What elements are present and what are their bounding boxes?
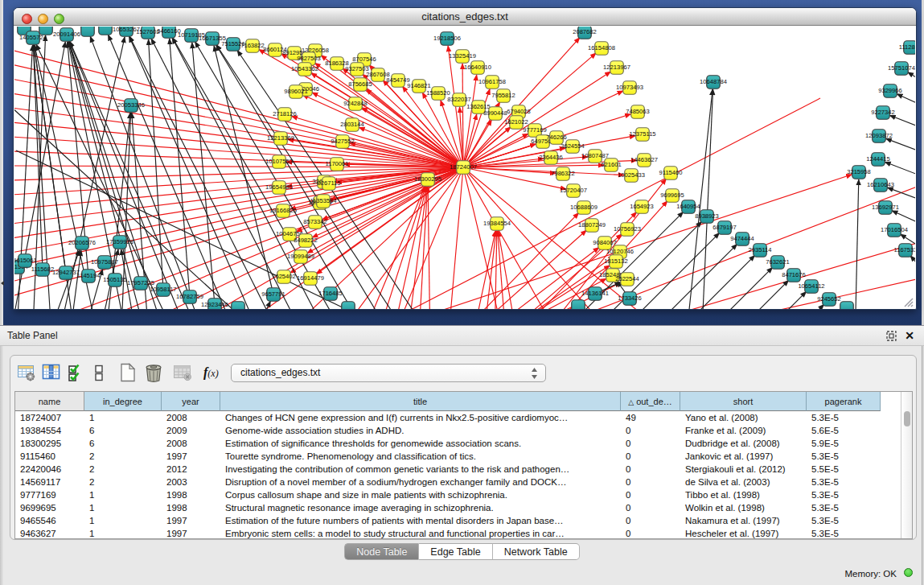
column-header-title[interactable]: title (220, 392, 621, 411)
table-row[interactable]: 1872400712008Changes of HCN gene express… (15, 411, 884, 424)
graph-node[interactable]: 13325419 (449, 50, 476, 64)
graph-node[interactable]: 17359928 (106, 236, 133, 249)
graph-node[interactable]: 10688609 (570, 201, 598, 215)
graph-node[interactable] (232, 302, 245, 309)
graph-node[interactable]: 14463627 (630, 154, 658, 167)
tab-edge-table[interactable]: Edge Table (419, 543, 492, 560)
graph-node[interactable]: 19654985 (265, 181, 293, 195)
graph-node[interactable]: 12923446 (201, 299, 228, 309)
network-graph[interactable]: 1405572420091406106532671527602646616010… (14, 27, 915, 309)
graph-node[interactable]: 1112804 (899, 41, 915, 55)
column-header-pagerank[interactable]: pagerank (807, 392, 881, 411)
table-row[interactable]: 946362711997Embryonic stem cells: a mode… (15, 527, 884, 539)
graph-node[interactable]: 16210643 (867, 179, 894, 192)
trash-icon[interactable] (143, 362, 164, 383)
column-header-out_de[interactable]: △out_de… (621, 392, 680, 411)
graph-node[interactable]: 10961758 (478, 76, 506, 89)
table-row[interactable]: 2242004622012Investigating the contribut… (15, 463, 884, 476)
graph-node[interactable]: 17016504 (881, 224, 908, 237)
graph-node[interactable] (840, 302, 854, 309)
graph-node[interactable]: 19218506 (433, 32, 461, 46)
table-row[interactable]: 977716911998Corpus callosum shape and si… (15, 488, 884, 501)
graph-node[interactable]: 15720407 (560, 184, 587, 198)
column-header-year[interactable]: year (162, 392, 220, 411)
graph-node[interactable]: 10648784 (700, 76, 727, 89)
column-header-name[interactable]: name (15, 392, 84, 411)
graph-node[interactable]: 7955812 (491, 89, 515, 103)
graph-node[interactable]: 9329966 (878, 84, 902, 98)
graph-node[interactable]: 15751074 (888, 62, 915, 76)
graph-edge (889, 115, 915, 129)
graph-node[interactable]: 20206576 (68, 237, 96, 250)
table-row[interactable]: 911546021997Tourette syndrome. Phenomeno… (15, 450, 884, 463)
graph-node[interactable]: 1640954 (676, 200, 700, 214)
close-panel-icon[interactable]: ✕ (905, 329, 914, 343)
table-disabled-icon[interactable] (173, 363, 194, 382)
table-settings-icon[interactable] (17, 363, 36, 382)
graph-node[interactable]: 6879197 (713, 221, 737, 235)
table-selector[interactable]: citations_edges.txt (231, 364, 546, 382)
function-builder-icon[interactable]: f(x) (203, 365, 219, 380)
graph-node[interactable]: 7485063 (626, 105, 650, 119)
table-scrollbar[interactable] (901, 392, 912, 538)
graph-node[interactable]: 7986322 (551, 167, 575, 181)
graph-node[interactable]: 1654923 (630, 200, 654, 214)
column-select-icon[interactable] (42, 363, 61, 382)
table-row[interactable]: 1456911722003Disruption of a novel membe… (15, 476, 884, 488)
table-row[interactable]: 946554611997Estimation of the future num… (15, 514, 884, 527)
graph-node[interactable]: 9657791 (261, 288, 285, 302)
column-header-in_degree[interactable]: in_degree (84, 392, 162, 411)
table-row[interactable]: 969969511998Structural magnetic resonanc… (15, 501, 884, 514)
graph-node[interactable]: 8471676 (782, 269, 806, 282)
graph-node[interactable]: 3215958 (847, 166, 871, 179)
graph-node[interactable] (81, 27, 95, 36)
resize-grip-icon[interactable] (902, 296, 914, 307)
new-document-icon[interactable] (118, 362, 138, 383)
graph-node[interactable]: 16154808 (588, 42, 615, 56)
graph-node[interactable]: 10654112 (798, 280, 824, 294)
column-header-short[interactable]: short (680, 392, 807, 411)
network-canvas[interactable]: 1405572420091406106532671527602646616010… (14, 27, 915, 309)
left-panel-edge (0, 0, 3, 325)
graph-node[interactable]: 1716485 (318, 287, 343, 301)
graph-node[interactable]: 2803144 (340, 118, 364, 132)
graph-node[interactable]: 12375115 (629, 128, 655, 142)
graph-node[interactable]: 10025433 (618, 169, 645, 183)
graph-node[interactable] (99, 27, 113, 35)
graph-node[interactable]: 9699695 (660, 189, 684, 203)
graph-node[interactable]: 20091406 (53, 28, 80, 42)
graph-node[interactable]: 2087682 (573, 27, 597, 39)
graph-node[interactable] (39, 27, 53, 35)
graph-node[interactable]: 621601 (601, 159, 621, 172)
graph-node[interactable]: 10756923 (614, 223, 641, 237)
scrollbar-thumb[interactable] (904, 411, 910, 426)
graph-node[interactable]: 1244415 (866, 153, 890, 167)
graph-node[interactable]: 12213967 (603, 61, 630, 75)
graph-node[interactable]: 9474444 (730, 233, 754, 246)
graph-node[interactable]: 19384554 (483, 217, 511, 231)
graph-node[interactable]: 9115460 (659, 167, 683, 180)
splitter-collapse-icon[interactable] (1, 281, 4, 286)
graph-node[interactable]: 1115682 (31, 263, 54, 277)
graph-node[interactable]: 9227342 (871, 106, 895, 120)
graph-node[interactable]: 12093872 (865, 130, 893, 143)
table-row[interactable]: 1938455462009Genome-wide association stu… (15, 424, 884, 437)
window-titlebar[interactable]: citations_edges.txt (14, 8, 916, 26)
float-panel-icon[interactable] (886, 331, 897, 341)
graph-node[interactable]: 2935114 (749, 244, 772, 257)
graph-node[interactable]: 9245652 (817, 293, 841, 307)
graph-node[interactable]: 3624554 (561, 140, 585, 154)
graph-node[interactable]: 7632621 (766, 256, 790, 270)
graph-node[interactable]: 1167533 (894, 244, 916, 257)
graph-node[interactable] (572, 300, 585, 309)
graph-node-label: 1640954 (676, 203, 700, 210)
tab-network-table[interactable]: Network Table (493, 543, 580, 560)
checklist-icon[interactable] (67, 363, 86, 382)
graph-node[interactable] (342, 302, 355, 309)
tab-node-table[interactable]: Node Table (344, 543, 419, 560)
graph-node[interactable]: 16640910 (464, 61, 491, 75)
memory-ok-icon[interactable] (904, 568, 913, 577)
rows-icon[interactable] (92, 363, 106, 382)
table-row[interactable]: 1830029562008Estimation of significance … (15, 437, 884, 450)
graph-node[interactable]: 16914479 (297, 272, 324, 286)
